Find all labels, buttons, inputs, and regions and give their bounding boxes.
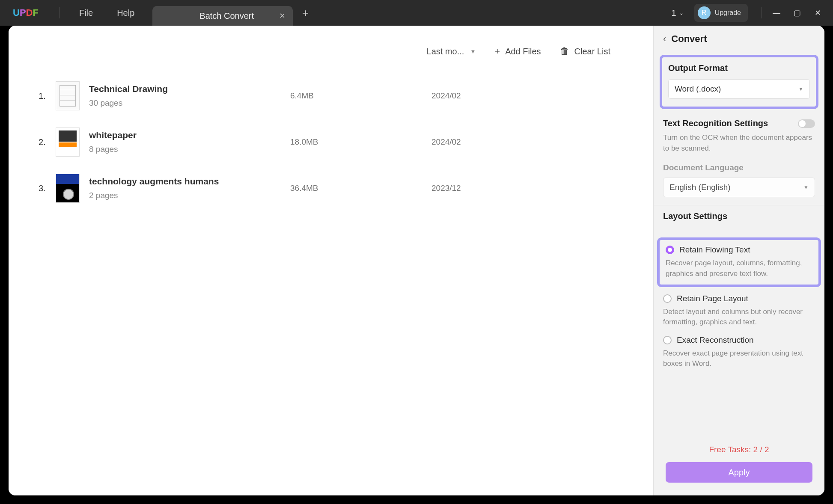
file-size: 6.4MB <box>290 91 431 101</box>
add-files-label: Add Files <box>505 47 541 56</box>
ocr-label: Text Recognition Settings <box>663 119 768 128</box>
upgrade-label: Upgrade <box>715 9 741 17</box>
menu-help[interactable]: Help <box>105 8 146 18</box>
file-pages: 8 pages <box>89 145 290 154</box>
sort-dropdown[interactable]: Last mo... ▼ <box>427 47 476 56</box>
clear-list-label: Clear List <box>574 47 610 56</box>
sort-label: Last mo... <box>427 47 464 56</box>
titlebar: UPDF File Help Batch Convert × + 1 ⌄ R U… <box>0 0 833 26</box>
radio-retain-page-layout[interactable]: Retain Page Layout <box>663 294 815 303</box>
close-icon[interactable]: × <box>280 10 285 21</box>
radio-retain-flowing-text[interactable]: Retain Flowing Text <box>666 245 812 255</box>
ocr-section: Text Recognition Settings Turn on the OC… <box>654 115 824 205</box>
trash-icon: 🗑 <box>560 46 569 57</box>
file-name: whitepaper <box>89 130 290 140</box>
radio-description: Recover exact page presentation using te… <box>663 348 815 369</box>
apply-button[interactable]: Apply <box>666 462 812 483</box>
plus-icon: + <box>494 46 500 57</box>
file-date: 2024/02 <box>431 91 517 101</box>
radio-exact-reconstruction[interactable]: Exact Reconstruction <box>663 335 815 345</box>
row-index: 3. <box>39 184 56 193</box>
file-date: 2024/02 <box>431 137 517 147</box>
back-icon[interactable]: ‹ <box>663 33 666 44</box>
output-format-highlight: Output Format Word (.docx) ▼ <box>660 55 818 109</box>
radio-label: Retain Page Layout <box>677 294 748 303</box>
caret-down-icon: ▼ <box>470 48 476 55</box>
file-list: 1. Technical Drawing 30 pages 6.4MB 2024… <box>39 73 636 211</box>
doc-language-label: Document Language <box>663 163 815 172</box>
convert-sidebar: ‹ Convert Output Format Word (.docx) ▼ T… <box>653 26 824 495</box>
ocr-toggle[interactable] <box>798 119 815 128</box>
radio-label: Exact Reconstruction <box>677 335 754 345</box>
row-index: 2. <box>39 137 56 147</box>
output-format-label: Output Format <box>668 63 810 73</box>
sidebar-title: Convert <box>671 33 707 44</box>
close-button[interactable]: ✕ <box>807 4 828 21</box>
clear-list-button[interactable]: 🗑 Clear List <box>560 46 610 57</box>
new-tab-button[interactable]: + <box>302 6 309 20</box>
file-pages: 2 pages <box>89 191 290 200</box>
maximize-button[interactable]: ▢ <box>787 4 807 21</box>
file-pages: 30 pages <box>89 98 290 108</box>
file-thumbnail <box>56 174 80 203</box>
list-item[interactable]: 2. whitepaper 8 pages 18.0MB 2024/02 <box>39 119 636 165</box>
file-name: Technical Drawing <box>89 84 290 94</box>
file-thumbnail <box>56 81 80 110</box>
layout-section: Layout Settings <box>654 205 824 235</box>
row-index: 1. <box>39 91 56 101</box>
minimize-button[interactable]: — <box>766 4 787 21</box>
add-files-button[interactable]: + Add Files <box>494 46 541 57</box>
file-size: 36.4MB <box>290 184 431 193</box>
list-item[interactable]: 1. Technical Drawing 30 pages 6.4MB 2024… <box>39 73 636 119</box>
file-date: 2023/12 <box>431 184 517 193</box>
tab-batch-convert[interactable]: Batch Convert × <box>152 6 293 26</box>
radio-selected-icon <box>666 246 674 254</box>
radio-label: Retain Flowing Text <box>679 245 750 255</box>
tab-count[interactable]: 1 <box>672 8 676 18</box>
caret-down-icon: ▼ <box>803 184 809 190</box>
main-panel: Last mo... ▼ + Add Files 🗑 Clear List 1. <box>9 26 653 495</box>
radio-unselected-icon <box>663 336 672 344</box>
file-thumbnail <box>56 127 80 157</box>
layout-option-highlight: Retain Flowing Text Recover page layout,… <box>657 237 821 287</box>
upgrade-button[interactable]: R Upgrade <box>694 4 748 22</box>
layout-settings-label: Layout Settings <box>663 211 815 221</box>
avatar: R <box>698 6 711 19</box>
caret-down-icon: ▼ <box>798 86 803 92</box>
file-name: technology augments humans <box>89 176 290 187</box>
toolbar: Last mo... ▼ + Add Files 🗑 Clear List <box>39 39 636 64</box>
free-tasks-label: Free Tasks: 2 / 2 <box>654 445 824 462</box>
menu-file[interactable]: File <box>67 8 105 18</box>
doc-language-value: English (English) <box>669 183 731 192</box>
output-format-value: Word (.docx) <box>675 84 721 94</box>
doc-language-dropdown[interactable]: English (English) ▼ <box>663 178 815 197</box>
tab-title: Batch Convert <box>199 11 254 21</box>
ocr-hint: Turn on the OCR when the document appear… <box>663 133 815 154</box>
chevron-down-icon[interactable]: ⌄ <box>679 9 684 16</box>
radio-description: Recover page layout, columns, formatting… <box>666 258 812 279</box>
output-format-dropdown[interactable]: Word (.docx) ▼ <box>668 79 810 99</box>
file-size: 18.0MB <box>290 137 431 147</box>
radio-description: Detect layout and columns but only recov… <box>663 307 815 328</box>
list-item[interactable]: 3. technology augments humans 2 pages 36… <box>39 165 636 211</box>
radio-unselected-icon <box>663 294 672 303</box>
app-logo: UPDF <box>13 7 39 18</box>
